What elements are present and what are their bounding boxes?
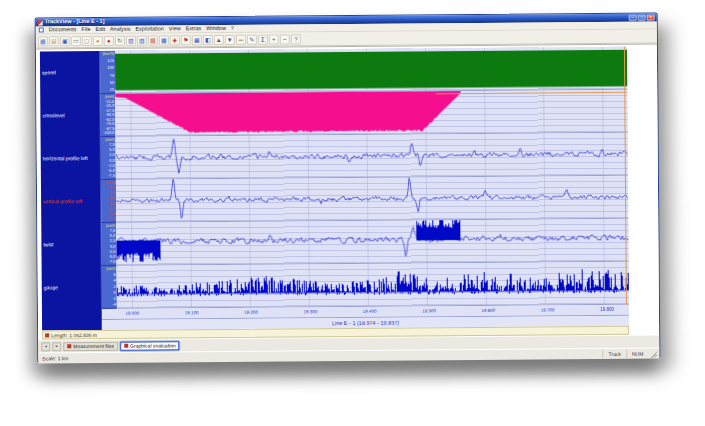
open-folder-icon[interactable]: ▤: [49, 36, 59, 46]
axis-tick: -7,5: [109, 260, 116, 264]
axis-tick: 2,5: [110, 239, 116, 243]
help-box-icon[interactable]: ?: [291, 34, 301, 44]
move-up-icon[interactable]: ▲: [214, 34, 224, 44]
document-icon[interactable]: [39, 27, 44, 32]
save-icon[interactable]: ▣: [60, 36, 70, 46]
print-icon[interactable]: ▭: [71, 36, 81, 46]
channel-label-horizontal-profile-left: horizontal profile left: [41, 137, 100, 180]
axis-gauge: (mm)6420-2-4: [102, 266, 117, 309]
menu-edit[interactable]: Edit: [95, 27, 105, 33]
menu-file[interactable]: File: [82, 27, 91, 33]
ruler-icon[interactable]: ═: [236, 34, 246, 44]
chart-view-icon[interactable]: ▨: [137, 35, 147, 45]
menu-documents[interactable]: Documents: [49, 27, 77, 33]
axis-tick: 4: [113, 279, 115, 283]
channel-canvas-speed: [115, 47, 627, 93]
table-view-icon[interactable]: ▥: [126, 35, 136, 45]
menu-view[interactable]: View: [169, 26, 181, 32]
axis-speed: (km/h)125100755025: [100, 51, 115, 94]
menu-extras[interactable]: Extras: [186, 26, 202, 32]
x-axis-tick: 19.400: [363, 310, 377, 315]
axis-tick: 0,0: [110, 244, 116, 248]
menu-analysis[interactable]: Analysis: [110, 26, 131, 32]
channel-label-speed: speed: [40, 51, 99, 94]
x-axis-tick: 19.700: [541, 308, 555, 313]
menu-exploitation[interactable]: Exploitation: [135, 26, 163, 32]
chart-document: speedcrosslevelhorizontal profile leftve…: [40, 47, 629, 340]
tab-measurement-files[interactable]: Measurement files: [63, 341, 118, 350]
tab-scroll-right-button[interactable]: ▸: [52, 342, 61, 351]
channel-plot-crosslevel[interactable]: [115, 90, 627, 137]
x-axis-tick: 19.600: [481, 309, 495, 314]
channel-label-twist: twist: [41, 223, 100, 266]
x-axis-tick: 19.200: [244, 311, 258, 316]
channel-label-gauge: gauge: [42, 266, 101, 309]
channel-canvas-gauge: [117, 262, 629, 308]
status-num-cell: NUM: [626, 350, 648, 358]
tab-file-icon: [67, 344, 71, 348]
axis-tick: -7,5: [108, 174, 115, 178]
stop-icon[interactable]: ●: [104, 35, 114, 45]
channel-canvas-vertical-profile-left: [116, 176, 628, 222]
minimize-button[interactable]: –: [629, 15, 637, 21]
grid-icon[interactable]: ▦: [192, 35, 202, 45]
zoom-in-icon[interactable]: +: [269, 34, 279, 44]
axis-horizontal-profile-left: (mm)7,55,02,50,0-2,5-5,0-7,5: [101, 137, 116, 180]
channel-plot-gauge[interactable]: [117, 262, 629, 309]
print-preview-icon[interactable]: ◻: [82, 36, 92, 46]
sum-icon[interactable]: Σ: [258, 34, 268, 44]
channel-plot-speed[interactable]: [115, 47, 627, 94]
tab-scroll-left-button[interactable]: ◂: [41, 342, 50, 351]
status-track-cell: Track: [603, 350, 626, 358]
channel-plot-horizontal-profile-left[interactable]: [116, 133, 628, 180]
refresh-icon[interactable]: ↻: [115, 35, 125, 45]
move-down-icon[interactable]: ▼: [225, 34, 235, 44]
edit-icon[interactable]: ✎: [247, 34, 257, 44]
tab-label: Measurement files: [73, 343, 114, 348]
tab-label: Graphical evaluation: [130, 343, 176, 348]
axis-tick: 100: [107, 66, 114, 70]
axis-tick: -2: [112, 297, 116, 301]
maximize-button[interactable]: □: [638, 15, 646, 21]
axis-vertical-profile-left: (mm)7,55,02,50,0-2,5-5,0-7,5: [101, 180, 116, 223]
tab-file-icon: [124, 344, 128, 348]
axis-tick: 0,0: [109, 158, 115, 162]
line-section-label: Line E - 1 (18.974 - 19.837): [332, 320, 399, 327]
x-axis-tick: 19.100: [185, 311, 199, 316]
axis-tick: 6: [113, 273, 115, 277]
axis-tick: 50: [110, 81, 114, 85]
axis-tick: 25: [110, 88, 114, 92]
axis-tick: -4: [112, 303, 116, 307]
axis-tick: 2,5: [109, 153, 115, 157]
app-icon: [38, 20, 43, 25]
menu-window[interactable]: Window: [206, 26, 226, 32]
channel-canvas-horizontal-profile-left: [116, 133, 628, 179]
flag-icon[interactable]: ⚑: [181, 35, 191, 45]
axis-tick: 75: [110, 73, 114, 77]
info-icon[interactable]: ●: [93, 35, 103, 45]
workspace: speedcrosslevelhorizontal profile leftve…: [36, 44, 659, 341]
marker-icon[interactable]: ◈: [170, 35, 180, 45]
tab-graphical-evaluation[interactable]: Graphical evaluation: [120, 341, 180, 350]
axis-unit-gauge: (mm): [106, 267, 115, 271]
menu-?[interactable]: ?: [231, 26, 234, 32]
resize-grip[interactable]: [650, 350, 657, 357]
status-scale-text: Scale: 1 km: [40, 351, 602, 361]
close-button[interactable]: ✕: [647, 15, 655, 21]
channel-canvas-twist: [116, 219, 628, 265]
section-view-icon[interactable]: ▩: [159, 35, 169, 45]
axis-tick: -100,0: [103, 131, 114, 135]
layers-icon[interactable]: ◧: [203, 35, 213, 45]
channel-plot-vertical-profile-left[interactable]: [116, 176, 628, 223]
app-window: TrackView - [Line E - 1] –□✕ DocumentsFi…: [35, 13, 661, 363]
channel-label-vertical-profile-left: vertical profile left: [41, 180, 100, 223]
new-view-icon[interactable]: ▦: [38, 36, 48, 46]
overlay-view-icon[interactable]: ▧: [148, 35, 158, 45]
axis-tick: 0,0: [110, 201, 116, 205]
x-axis-tick: 19.300: [303, 310, 317, 315]
x-axis-tick: 19.000: [126, 312, 140, 317]
plot-area[interactable]: [115, 47, 629, 309]
channel-label-panel: speedcrosslevelhorizontal profile leftve…: [40, 51, 102, 330]
channel-plot-twist[interactable]: [116, 219, 628, 266]
zoom-out-icon[interactable]: −: [280, 34, 290, 44]
